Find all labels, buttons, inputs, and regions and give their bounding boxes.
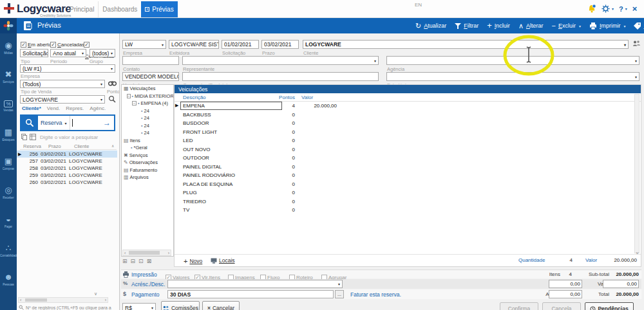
grid-row[interactable]: TRIEDRO0 [175,197,641,206]
vendedor-select[interactable]: VENDEDOR MODELO▾ [122,72,179,81]
cliente-people-icon[interactable] [632,40,641,48]
tree-item-itens[interactable]: ▤Itens [122,137,173,145]
list-item[interactable]: 259 03/02/2021 LOGYCWARE [17,172,117,179]
desc-valor-input[interactable]: 0,00 [603,280,639,288]
grid-row[interactable]: BACKBUSS0 [175,111,641,120]
selected-cell[interactable]: EMPENA [180,102,282,110]
prazo-input[interactable]: 03/02/2021 [261,40,299,49]
col-valor[interactable]: Valor [301,95,313,100]
sidebar-item-vendas[interactable]: %Vendas [0,91,17,120]
tree-item-24[interactable]: ▪24 [122,122,173,130]
sidebar-item-contabilidade[interactable]: ∴Contabilidade [0,236,17,265]
expand-level-icon[interactable]: ⊡ [138,258,144,264]
moeda-select[interactable]: R$▾ [122,303,156,310]
tree-item-observacoes[interactable]: ✎Observações [122,159,173,167]
pendencias-button[interactable]: Pendências [585,302,634,310]
sort-up-icon[interactable]: ∧ [111,143,114,148]
empresa-filter-select[interactable]: (LW #1)▾ [20,64,115,73]
tab-previas[interactable]: × Prévias [141,1,177,17]
entity-tab-agencia[interactable]: Agênc. [90,105,106,111]
list-item[interactable]: ▶ 256 03/02/2021 LOGYCWARE [17,150,117,158]
refresh-button[interactable]: ↻ Atualizar [415,23,446,29]
print-button[interactable]: Imprimir ▾ [589,23,626,30]
grid-row[interactable]: TV0 [175,206,641,215]
tree-item-empena[interactable]: −▪EMPENA (4) [122,100,173,107]
tree-item-geral[interactable]: ▪*Geral [122,144,173,152]
help-icon[interactable]: ? ▾ [619,5,627,13]
tree-h-scrollbar[interactable]: ‹ › [122,250,171,256]
acresc-label[interactable]: Acrésc./Desc. [131,281,165,287]
cliente-select[interactable]: LOGYCWARE▾ [303,40,629,49]
tree-item-midia-exterior[interactable]: −▪MIDIA EXTERIOR ( [122,93,173,100]
entity-tab-representante[interactable]: Repres. [66,105,84,111]
collapse-icon[interactable]: − [132,101,137,105]
agencia-select[interactable]: ▾ [386,56,639,65]
sidebar-item-pessoas[interactable]: ☻Pessoas [0,265,17,294]
expand-all-icon[interactable]: ⊞ [122,258,128,264]
grid-row[interactable]: PLACA DE ESQUINA0 [175,180,641,189]
sidebar-item-receber[interactable]: ◎Receber [0,178,17,207]
grid-row[interactable]: PAINEL RODOVIÁRIO0 [175,171,641,180]
sidebar-item-compras[interactable]: ▣Compras [0,149,17,178]
solicitacao-input[interactable]: 01/02/2021 [222,40,259,49]
cliente-filter-select[interactable]: LOGYCWARE▾ [20,95,105,104]
tab-principal[interactable]: Principal [66,1,98,17]
estrategia-select[interactable]: ▾ [386,72,639,81]
impressao-label[interactable]: Impressão [131,271,157,278]
tree-item-24[interactable]: ▪24 [122,129,173,137]
settings-gear-icon[interactable]: ▾ [601,5,614,13]
cancela-button[interactable]: Cancela [542,302,581,310]
novo-button[interactable]: + Novo [184,257,202,265]
list-scroll-down-icon[interactable]: ∨ [94,291,97,296]
sidebar-item-pagar[interactable]: ◒Pagar [0,207,17,236]
grid-v-scrollbar[interactable] [634,94,639,253]
entity-tab-cliente[interactable]: Cliente* [22,105,41,111]
search-field-select[interactable]: Reserva ▾ [38,116,70,130]
grid-options-icon[interactable] [30,134,36,140]
grid-row[interactable]: OUT NOVO0 [175,145,641,154]
copy-icon[interactable] [21,134,27,140]
confirma-button[interactable]: Confirma [500,302,538,310]
acresc-select[interactable]: ▾ [167,280,343,288]
search-lookup-icon[interactable] [108,95,116,103]
app-pinwheel-icon[interactable] [0,18,17,33]
grid-row[interactable]: OUTDOOR0 [175,154,641,163]
empresa-select[interactable]: LW▾ [122,40,166,49]
tree-item-servicos[interactable]: ✖Serviços [122,152,173,160]
delete-button[interactable]: − Excluir ▾ [551,23,580,29]
language-indicator[interactable]: EN [415,2,422,8]
labels-button[interactable]: Etiquetas [634,23,644,30]
list-item[interactable]: 257 03/02/2021 LOGYCWARE [17,158,117,165]
tipo-select[interactable]: Solicitação▾ [20,49,48,57]
entity-tab-vendedor[interactable]: Vend. [47,105,60,111]
tipo-venda-select[interactable]: (Todos)▾ [20,80,105,88]
faturar-link[interactable]: Faturar esta reserva. [350,291,401,298]
grid-row[interactable]: PLUG0 [175,188,641,197]
representante-select[interactable]: ▾ [182,56,379,65]
collapse-all-icon[interactable]: ⊟ [131,258,136,264]
tree-item-faturamento[interactable]: ▤Faturamento [122,167,173,174]
cancelar-button[interactable]: × Cancelar [202,301,240,310]
grid-row[interactable]: LED0 [175,136,641,145]
grid-row[interactable]: ▶ EMPENA 420.000,00 [175,102,641,111]
col-descricao[interactable]: Descrição [183,95,206,100]
grid-row[interactable]: FRONT LIGHT0 [175,128,641,137]
exibidora-select[interactable]: LOGYCWARE SISTI▾ [169,40,219,49]
add-button[interactable]: + Incluir [487,23,510,29]
col-prazo[interactable]: Prazo [48,143,61,149]
col-cliente[interactable]: Cliente [74,143,89,149]
sidebar-item-midias[interactable]: ◉Mídias [0,33,17,62]
pagamento-browse-button[interactable]: ... [335,290,344,298]
pagamento-label[interactable]: Pagamento [131,291,159,298]
tree-item-arquivos[interactable]: ▥Arquivos [122,174,173,181]
locais-button[interactable]: Locais [211,257,235,264]
tab-dashboards[interactable]: Dashboards [98,1,141,17]
grid-row[interactable]: BUSDOOR0 [175,119,641,128]
sidebar-item-servicos[interactable]: ✖Serviços [0,62,17,91]
sidebar-item-estoques[interactable]: ▦Estoques [0,120,17,149]
search-go-button[interactable]: → [100,116,114,130]
tree-item-veiculacoes[interactable]: ▦Veiculações [122,85,173,93]
grid-row[interactable]: PAINEL DIGITAL0 [175,163,641,172]
comissoes-button[interactable]: Comissões [161,301,200,310]
campanha-input[interactable] [182,72,379,81]
